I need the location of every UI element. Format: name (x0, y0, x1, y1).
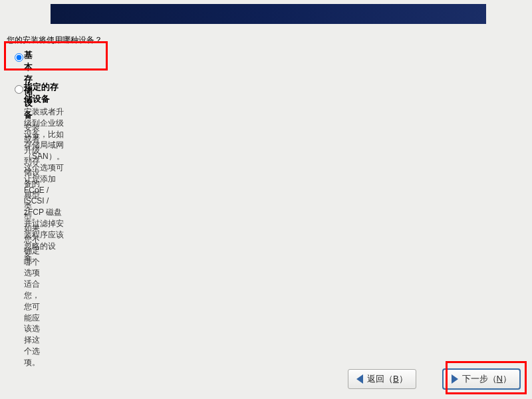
back-button-label: 返回（B） (367, 373, 408, 385)
header-banner (51, 4, 486, 24)
option-specified-desc: 安装或者升级到企业级设备，比如存储局域网（SAN）。这个选项可让您添加 FCoE… (24, 106, 65, 263)
page-question: 您的安装将使用哪种设备？ (7, 35, 102, 46)
next-button-label: 下一步（N） (462, 373, 511, 385)
radio-specified-storage[interactable] (15, 85, 23, 96)
radio-basic-storage[interactable] (15, 53, 23, 64)
button-bar: 返回（B） 下一步（N） (0, 369, 532, 389)
arrow-left-icon (356, 374, 363, 384)
option-specified-title: 指定的存储设备 (24, 81, 65, 105)
back-button[interactable]: 返回（B） (348, 369, 416, 389)
arrow-right-icon (452, 374, 458, 384)
next-button[interactable]: 下一步（N） (443, 369, 520, 389)
